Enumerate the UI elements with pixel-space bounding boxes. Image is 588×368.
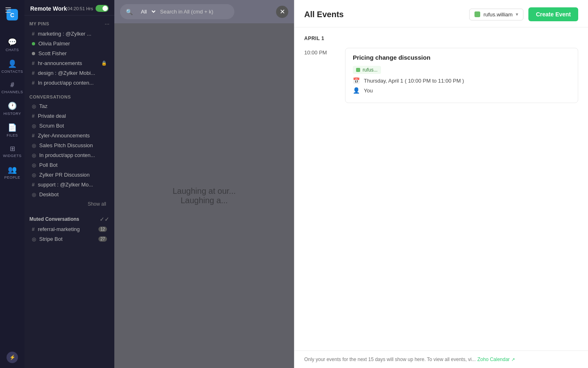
pin-design[interactable]: # design : @Zylker Mobi... [27,68,112,78]
hamburger-menu[interactable]: ☰ [5,6,11,15]
conv-deskbot[interactable]: ◎ Deskbot [27,190,112,199]
channel-hash-icon: # [32,70,35,76]
files-icon: 📄 [8,123,17,132]
offline-status-dot [32,52,35,55]
bot-icon: ◎ [32,143,36,148]
calendar-detail-icon: 📅 [353,77,360,84]
events-panel-header: All Events rufus.william ▾ Create Event [294,0,588,27]
bot-icon: ◎ [32,172,36,178]
search-input-wrap[interactable]: 🔍 All [120,4,234,19]
date-section-title: APRIL 1 [304,36,578,41]
bot-icon: ◎ [32,192,36,197]
event-calendar-row: rufus... [353,66,570,74]
pin-hr-announcements[interactable]: # hr-announcements 🔒 [27,58,112,68]
conv-in-product[interactable]: ◎ In product/app conten... [27,150,112,160]
my-pins-more[interactable]: ··· [105,20,109,27]
muted-header: Muted Conversations ✓✓ [24,213,114,224]
bot-icon: ◎ [32,123,36,129]
search-icon: 🔍 [126,9,133,15]
icon-sidebar: ☰ C 💬 CHATS 👤 CONTACTS # CHANNELS 🕐 HI [0,0,24,368]
conv-taz[interactable]: ◎ Taz [27,101,112,111]
my-pins-title: My Pins [29,21,49,26]
muted-stripe-bot[interactable]: ◎ Stripe Bot 27 [27,234,112,244]
channel-hash-icon: # [32,113,35,119]
laughing-text: Laughing at our... Laughing a... [173,186,236,205]
search-filter-select[interactable]: All [136,6,157,17]
event-row: 10:00 PM Pricing change discussion rufus… [304,48,578,103]
event-attendee-row: 👤 You [353,87,570,94]
external-link-icon: ↗ [511,357,515,362]
main-sidebar: Remote Work 04:20:51 Hrs My Pins ··· # m… [24,0,114,368]
events-content: APRIL 1 10:00 PM Pricing change discussi… [294,27,588,350]
show-all-button[interactable]: Show all [24,200,111,209]
sidebar-item-chats[interactable]: 💬 CHATS [0,34,24,55]
channel-hash-icon: # [32,133,35,139]
lock-icon: 🔒 [101,61,107,66]
close-button[interactable]: ✕ [276,6,288,18]
conversations-title: Conversations [29,94,71,99]
panel-footer: Only your events for the next 15 days wi… [294,350,588,368]
bot-icon: ◎ [32,103,36,109]
app-logo: C [0,5,24,25]
pin-olivia[interactable]: Olivia Palmer [27,39,112,48]
event-time: 10:00 PM [304,48,337,103]
conversations-section: Conversations ◎ Taz # Private deal ◎ Scr… [24,90,114,210]
dimmed-overlay: Laughing at our... Laughing a... [114,23,294,368]
event-cal-chip-dot [356,68,360,72]
workspace-header: Remote Work 04:20:51 Hrs [24,0,114,16]
calendar-selector[interactable]: rufus.william ▾ [469,9,524,20]
user-status-indicator[interactable]: ⚡ [7,352,18,363]
widgets-icon: ⊞ [10,145,15,153]
muted-conversations-section: Muted Conversations ✓✓ # referral-market… [24,210,114,246]
conv-support[interactable]: # support : @Zylker Mo... [27,180,112,189]
chats-icon: 💬 [8,38,17,47]
conv-private-deal[interactable]: # Private deal [27,111,112,121]
pin-product-app[interactable]: # In product/app conten... [27,78,112,88]
sidebar-item-files[interactable]: 📄 FILES [0,120,24,141]
person-icon: 👤 [353,87,360,94]
history-icon: 🕐 [8,101,17,110]
conv-scrum-bot[interactable]: ◎ Scrum Bot [27,121,112,130]
bot-icon: ◎ [32,162,36,168]
channel-hash-icon: # [32,61,35,66]
channels-icon: # [10,81,14,89]
workspace-name: Remote Work [30,5,67,12]
online-status-dot [32,42,35,45]
conv-poll-bot[interactable]: ◎ Poll Bot [27,160,112,170]
channel-hash-icon: # [32,182,35,188]
event-card[interactable]: Pricing change discussion rufus... 📅 Thu… [345,48,578,103]
my-pins-section: My Pins ··· # marketing : @Zylker ... Ol… [24,16,114,90]
calendar-name: rufus.william [483,11,513,18]
sidebar-item-channels[interactable]: # CHANNELS [0,78,24,97]
search-input[interactable] [160,9,229,15]
pin-marketing[interactable]: # marketing : @Zylker ... [27,29,112,38]
contacts-icon: 👤 [8,59,17,68]
pin-scott[interactable]: Scott Fisher [27,49,112,58]
event-datetime-row: 📅 Thursday, April 1 ( 10:00 PM to 11:00 … [353,77,570,84]
muted-title: Muted Conversations [29,216,79,222]
channel-hash-icon: # [32,80,35,86]
conv-sales-pitch[interactable]: ◎ Sales Pitch Discussion [27,141,112,150]
bot-icon: ◎ [32,236,36,242]
sidebar-item-history[interactable]: 🕐 HISTORY [0,98,24,119]
event-title: Pricing change discussion [353,54,570,61]
search-bar: 🔍 All ✕ [114,0,294,23]
people-icon: 👥 [8,165,17,174]
timer-area: 04:20:51 Hrs [67,5,109,12]
conv-zyler-announcements[interactable]: # Zyler-Announcements [27,131,112,140]
conv-zylker-pr[interactable]: ◎ Zylker PR Discussion [27,170,112,180]
events-panel: All Events rufus.william ▾ Create Event … [294,0,588,368]
sidebar-item-widgets[interactable]: ⊞ WIDGETS [0,141,24,161]
panel-title: All Events [304,10,344,19]
sidebar-item-people[interactable]: 👥 PEOPLE [0,162,24,183]
sidebar-item-contacts[interactable]: 👤 CONTACTS [0,56,24,77]
unread-badge: 27 [98,236,107,242]
muted-icon: ✓✓ [100,216,109,222]
event-calendar-chip: rufus... [353,66,381,74]
content-area: 🔍 All ✕ Laughing at our... Laughing a... [114,0,294,368]
zoho-calendar-link[interactable]: Zoho Calendar ↗ [477,357,515,362]
create-event-button[interactable]: Create Event [528,7,578,21]
muted-referral-marketing[interactable]: # referral-marketing 12 [27,224,112,234]
work-timer-toggle[interactable] [96,5,109,12]
calendar-chevron-icon: ▾ [516,11,518,17]
